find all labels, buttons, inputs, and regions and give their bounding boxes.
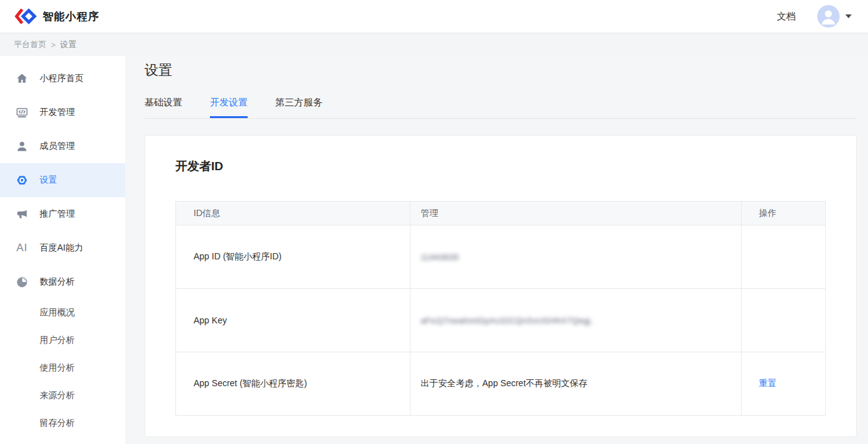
sidebar-item-promotion-management[interactable]: 推广管理 xyxy=(0,197,125,231)
row-label: App ID (智能小程序ID) xyxy=(176,225,410,289)
sidebar-item-label: 设置 xyxy=(40,175,57,186)
table-row-app-secret: App Secret (智能小程序密匙) 出于安全考虑，App Secret不再… xyxy=(176,352,826,416)
sidebar-subitem-label: 留存分析 xyxy=(40,418,75,429)
breadcrumb-separator: > xyxy=(51,40,56,50)
sidebar-subitem-app-overview[interactable]: 应用概况 xyxy=(0,299,125,327)
developer-id-card: 开发者ID ID信息 管理 操作 App ID (智能小程序ID) 114436… xyxy=(145,135,857,437)
row-action-cell: 重置 xyxy=(741,352,825,416)
sidebar-item-settings[interactable]: 设置 xyxy=(0,163,125,197)
avatar[interactable] xyxy=(817,5,840,28)
row-action-cell xyxy=(741,225,825,289)
app-key-value-blurred: aFe2j7nwahmtGpAs32CQnSxUGHhX7Qegj. xyxy=(420,316,593,325)
row-value-cell: aFe2j7nwahmtGpAs32CQnSxUGHhX7Qegj. xyxy=(410,289,741,352)
doc-link[interactable]: 文档 xyxy=(777,11,796,23)
app-id-value-blurred: 11443635 xyxy=(420,252,459,262)
sidebar-subitem-usage-analysis[interactable]: 使用分析 xyxy=(0,354,125,382)
sidebar-item-member-management[interactable]: 成员管理 xyxy=(0,129,125,163)
row-label: App Secret (智能小程序密匙) xyxy=(176,352,410,416)
settings-icon xyxy=(16,173,28,187)
sidebar-item-label: 开发管理 xyxy=(40,107,75,118)
column-header-action: 操作 xyxy=(741,202,825,225)
sidebar-subitem-retention-analysis[interactable]: 留存分析 xyxy=(0,409,125,437)
code-icon xyxy=(16,106,28,119)
table-row-app-key: App Key aFe2j7nwahmtGpAs32CQnSxUGHhX7Qeg… xyxy=(176,289,826,352)
sidebar-item-label: 数据分析 xyxy=(40,276,75,288)
row-label: App Key xyxy=(176,289,410,352)
tab-basic-settings[interactable]: 基础设置 xyxy=(145,97,182,118)
sidebar-subitem-label: 应用概况 xyxy=(40,307,75,318)
main-content: 设置 基础设置 开发设置 第三方服务 开发者ID ID信息 管理 操作 App … xyxy=(125,56,868,444)
sidebar-subitem-source-analysis[interactable]: 来源分析 xyxy=(0,382,125,409)
pie-chart-icon xyxy=(16,275,28,289)
settings-tabs: 基础设置 开发设置 第三方服务 xyxy=(145,97,857,119)
card-heading: 开发者ID xyxy=(175,158,826,175)
table-header-row: ID信息 管理 操作 xyxy=(176,202,826,225)
sidebar-item-label: 小程序首页 xyxy=(40,73,84,84)
brand-name: 智能小程序 xyxy=(43,9,99,24)
breadcrumb-home[interactable]: 平台首页 xyxy=(14,39,47,50)
sidebar-subitem-label: 用户分析 xyxy=(40,335,75,346)
sidebar-subitem-user-analysis[interactable]: 用户分析 xyxy=(0,327,125,354)
sidebar-item-label: 成员管理 xyxy=(40,141,75,152)
tab-dev-settings[interactable]: 开发设置 xyxy=(210,97,248,118)
chevron-down-icon[interactable] xyxy=(845,14,852,18)
brand: 智能小程序 xyxy=(14,7,99,26)
sidebar-subitem-label: 使用分析 xyxy=(40,362,75,374)
sidebar-item-data-analysis[interactable]: 数据分析 xyxy=(0,265,125,299)
column-header-id-info: ID信息 xyxy=(176,202,410,225)
sidebar-item-mini-program-home[interactable]: 小程序首页 xyxy=(0,62,125,95)
member-icon xyxy=(16,139,28,153)
sidebar-item-dev-management[interactable]: 开发管理 xyxy=(0,95,125,129)
sidebar-subitem-label: 来源分析 xyxy=(40,390,75,401)
sidebar-item-baidu-ai[interactable]: AI 百度AI能力 xyxy=(0,231,125,265)
row-action-cell xyxy=(741,289,825,352)
smart-program-logo-icon xyxy=(14,7,37,26)
page-title: 设置 xyxy=(145,61,857,80)
tab-third-party-services[interactable]: 第三方服务 xyxy=(275,97,322,118)
reset-button[interactable]: 重置 xyxy=(759,378,777,388)
sidebar-item-label: 推广管理 xyxy=(40,208,75,220)
sidebar-item-label: 百度AI能力 xyxy=(40,242,83,254)
megaphone-icon xyxy=(16,207,28,221)
ai-icon: AI xyxy=(16,241,28,255)
table-row-app-id: App ID (智能小程序ID) 11443635 xyxy=(176,225,826,289)
sidebar: 小程序首页 开发管理 成员管理 xyxy=(0,56,125,444)
column-header-management: 管理 xyxy=(410,202,741,225)
row-value-cell: 出于安全考虑，App Secret不再被明文保存 xyxy=(410,352,741,416)
developer-id-table: ID信息 管理 操作 App ID (智能小程序ID) 11443635 App… xyxy=(175,201,826,416)
breadcrumb: 平台首页 > 设置 xyxy=(0,33,868,56)
top-bar: 智能小程序 文档 xyxy=(0,0,868,33)
breadcrumb-current: 设置 xyxy=(60,39,77,50)
row-value-cell: 11443635 xyxy=(410,225,741,289)
home-icon xyxy=(16,72,28,85)
